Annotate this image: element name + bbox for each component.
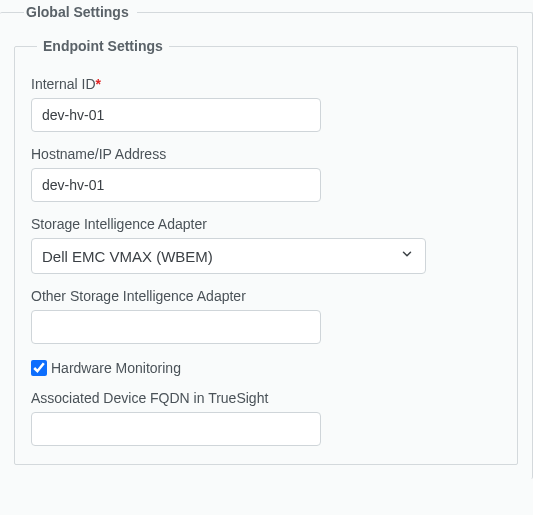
other-adapter-row: Other Storage Intelligence Adapter xyxy=(31,288,501,344)
adapter-label: Storage Intelligence Adapter xyxy=(31,216,501,232)
associated-fqdn-row: Associated Device FQDN in TrueSight xyxy=(31,390,501,446)
adapter-select-wrap: Dell EMC VMAX (WBEM) xyxy=(31,238,426,274)
internal-id-row: Internal ID* xyxy=(31,76,501,132)
other-adapter-label: Other Storage Intelligence Adapter xyxy=(31,288,501,304)
internal-id-input[interactable] xyxy=(31,98,321,132)
associated-fqdn-input[interactable] xyxy=(31,412,321,446)
hardware-monitoring-label[interactable]: Hardware Monitoring xyxy=(51,360,181,376)
associated-fqdn-label: Associated Device FQDN in TrueSight xyxy=(31,390,501,406)
required-star-icon: * xyxy=(96,76,101,92)
internal-id-label-text: Internal ID xyxy=(31,76,96,92)
internal-id-label: Internal ID* xyxy=(31,76,501,92)
other-adapter-input[interactable] xyxy=(31,310,321,344)
hostname-input[interactable] xyxy=(31,168,321,202)
hardware-monitoring-row: Hardware Monitoring xyxy=(31,360,501,376)
adapter-row: Storage Intelligence Adapter Dell EMC VM… xyxy=(31,216,501,274)
hardware-monitoring-checkbox[interactable] xyxy=(31,360,47,376)
endpoint-settings-legend: Endpoint Settings xyxy=(37,38,169,54)
global-settings-legend: Global Settings xyxy=(24,4,137,20)
global-settings-fieldset: Global Settings Endpoint Settings Intern… xyxy=(0,4,533,479)
hostname-label: Hostname/IP Address xyxy=(31,146,501,162)
adapter-select[interactable]: Dell EMC VMAX (WBEM) xyxy=(31,238,426,274)
endpoint-settings-fieldset: Endpoint Settings Internal ID* Hostname/… xyxy=(14,38,518,465)
hostname-row: Hostname/IP Address xyxy=(31,146,501,202)
